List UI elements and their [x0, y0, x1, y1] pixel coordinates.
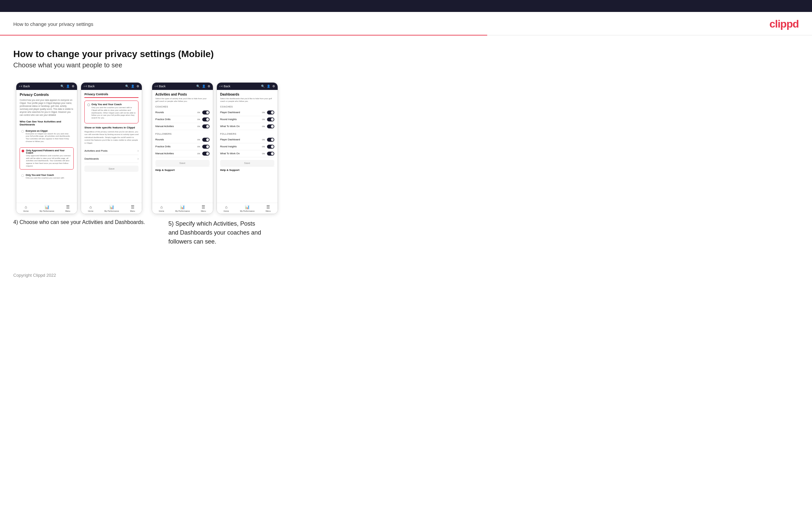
privacy-title-1: Privacy Controls: [19, 93, 74, 97]
drills-label-followers: Practice Drills: [155, 145, 171, 148]
phone-content-3: Activities and Posts Select the types of…: [152, 90, 213, 203]
nav-performance-1[interactable]: 📊 My Performance: [40, 205, 54, 212]
dropdown-label: Only You and Your Coach: [91, 103, 136, 106]
toggle-player-dash-followers-switch[interactable]: [267, 138, 274, 142]
toggle-work-on-followers-wrapper[interactable]: ON: [262, 152, 274, 156]
search-icon-4[interactable]: 🔍: [261, 84, 265, 88]
menu-icon-3: ☰: [202, 205, 205, 209]
toggle-manual-followers-wrapper[interactable]: ON: [197, 152, 210, 156]
phone-screen4: ‹ < Back 🔍 👤 ⚙ Dashboards Select the das…: [216, 82, 278, 214]
bottom-nav-2: ⌂ Home 📊 My Performance ☰ Menu: [81, 203, 142, 214]
nav-menu-1[interactable]: ☰ Menu: [65, 205, 70, 212]
toggle-round-insights-coaches-wrapper[interactable]: ON: [262, 117, 274, 121]
radio-option-only-you[interactable]: Only You and Your Coach Only you and the…: [19, 172, 74, 181]
settings-icon[interactable]: ⚙: [72, 84, 74, 88]
nav-performance-3[interactable]: 📊 My Performance: [175, 205, 190, 212]
page-content: How to change your privacy settings (Mob…: [0, 49, 812, 266]
nav-menu-3[interactable]: ☰ Menu: [201, 205, 206, 212]
toggle-round-insights-followers-wrapper[interactable]: ON: [262, 145, 274, 149]
radio-circle-2: [21, 150, 24, 152]
performance-icon-2: 📊: [109, 205, 114, 209]
back-button-1[interactable]: ‹ < Back: [19, 84, 30, 88]
toggle-work-on-followers: What To Work On ON: [220, 150, 274, 157]
nav-menu-label-4: Menu: [266, 210, 271, 212]
search-icon[interactable]: 🔍: [60, 84, 64, 88]
radio-option-everyone[interactable]: Everyone on Clippd Everyone on Clippd ca…: [19, 128, 74, 145]
chevron-right-icon-2: ›: [138, 157, 139, 161]
toggle-drills-followers-switch[interactable]: [202, 145, 210, 149]
toggle-rounds-coaches: Rounds ON: [155, 109, 210, 116]
dropdown-box[interactable]: Only You and Your Coach Only you and the…: [84, 101, 139, 123]
profile-icon-2[interactable]: 👤: [131, 84, 135, 88]
copyright-text: Copyright Clippd 2022: [13, 273, 56, 278]
search-icon-3[interactable]: 🔍: [196, 84, 200, 88]
nav-performance-2[interactable]: 📊 My Performance: [104, 205, 119, 212]
toggle-drills-followers-wrapper[interactable]: ON: [197, 145, 210, 149]
help-support-3: Help & Support: [155, 166, 210, 174]
nav-home-3[interactable]: ⌂ Home: [159, 205, 164, 212]
toggle-manual-coaches-wrapper[interactable]: ON: [197, 124, 210, 128]
option-text-1: Everyone on Clippd Everyone on Clippd ca…: [26, 130, 72, 143]
toggle-rounds-coaches-wrapper[interactable]: ON: [197, 111, 210, 114]
footer: Copyright Clippd 2022: [0, 266, 812, 284]
toggle-player-dash-coaches-wrapper[interactable]: ON: [262, 111, 274, 114]
back-button-2[interactable]: ‹ < Back: [84, 84, 95, 88]
toggle-work-on-coaches-wrapper[interactable]: ON: [262, 124, 274, 128]
activities-title: Activities and Posts: [155, 93, 210, 96]
save-button-4[interactable]: Save: [220, 160, 274, 166]
nav-performance-4[interactable]: 📊 My Performance: [240, 205, 255, 212]
toggle-work-on-followers-switch[interactable]: [267, 152, 274, 156]
toggle-round-insights-coaches-switch[interactable]: [267, 117, 274, 121]
back-button-3[interactable]: ‹ < Back: [155, 84, 166, 88]
menu-item-dashboards[interactable]: Dashboards ›: [84, 155, 139, 163]
menu-item-activities[interactable]: Activities and Posts ›: [84, 147, 139, 155]
menu-icon-4: ☰: [266, 205, 270, 209]
save-button-2[interactable]: Save: [84, 166, 139, 172]
toggle-manual-followers-switch[interactable]: [202, 152, 210, 156]
toggle-player-dash-coaches-switch[interactable]: [267, 111, 274, 114]
toggle-rounds-followers-switch[interactable]: [202, 138, 210, 142]
settings-icon-4[interactable]: ⚙: [272, 84, 275, 88]
nav-icons-1: 🔍 👤 ⚙: [60, 84, 74, 88]
save-button-3[interactable]: Save: [155, 160, 210, 166]
radio-option-approved[interactable]: Only Approved Followers and Your Coach O…: [19, 147, 74, 170]
bottom-nav-4: ⌂ Home 📊 My Performance ☰ Menu: [217, 203, 277, 214]
followers-header-4: FOLLOWERS: [220, 133, 274, 135]
profile-icon-4[interactable]: 👤: [267, 84, 270, 88]
back-button-4[interactable]: ‹ < Back: [219, 84, 231, 88]
work-on-label-coaches: What To Work On: [220, 125, 240, 128]
toggle-rounds-followers-wrapper[interactable]: ON: [197, 138, 210, 142]
menu-item-activities-label: Activities and Posts: [84, 149, 107, 152]
nav-home-4[interactable]: ⌂ Home: [223, 205, 229, 212]
profile-icon[interactable]: 👤: [66, 84, 70, 88]
settings-icon-3[interactable]: ⚙: [208, 84, 210, 88]
coaches-header-4: COACHES: [220, 106, 274, 108]
nav-home-2[interactable]: ⌂ Home: [88, 205, 93, 212]
toggle-drills-coaches-wrapper[interactable]: ON: [197, 117, 210, 121]
performance-icon-3: 📊: [180, 205, 185, 209]
toggle-work-on-coaches-switch[interactable]: [267, 124, 274, 128]
activities-desc: Select the types of activity that you'd …: [155, 97, 210, 103]
toggle-manual-coaches-switch[interactable]: [202, 124, 210, 128]
search-icon-2[interactable]: 🔍: [125, 84, 129, 88]
nav-performance-label-1: My Performance: [40, 210, 54, 212]
show-hide-desc: Regardless of the privacy controls that …: [84, 130, 139, 144]
nav-menu-2[interactable]: ☰ Menu: [130, 205, 135, 212]
caption-5: 5) Specify which Activities, Posts and D…: [168, 219, 261, 246]
nav-menu-4[interactable]: ☰ Menu: [266, 205, 271, 212]
settings-icon-2[interactable]: ⚙: [137, 84, 139, 88]
nav-home-label-4: Home: [223, 210, 229, 212]
nav-home-1[interactable]: ⌂ Home: [23, 205, 29, 212]
profile-icon-3[interactable]: 👤: [202, 84, 206, 88]
toggle-drills-coaches-switch[interactable]: [202, 117, 210, 121]
nav-performance-label-2: My Performance: [104, 210, 119, 212]
toggle-work-on-coaches: What To Work On ON: [220, 123, 274, 130]
drills-label-coaches: Practice Drills: [155, 118, 171, 121]
toggle-rounds-coaches-switch[interactable]: [202, 111, 210, 114]
radio-circle-1: [21, 130, 24, 133]
nav-menu-label-3: Menu: [201, 210, 206, 212]
nav-home-label-1: Home: [23, 210, 29, 212]
toggle-player-dash-followers-wrapper[interactable]: ON: [262, 138, 274, 142]
toggle-round-insights-followers-switch[interactable]: [267, 145, 274, 149]
option-desc-2: Only approved followers and coaches you …: [26, 155, 72, 168]
